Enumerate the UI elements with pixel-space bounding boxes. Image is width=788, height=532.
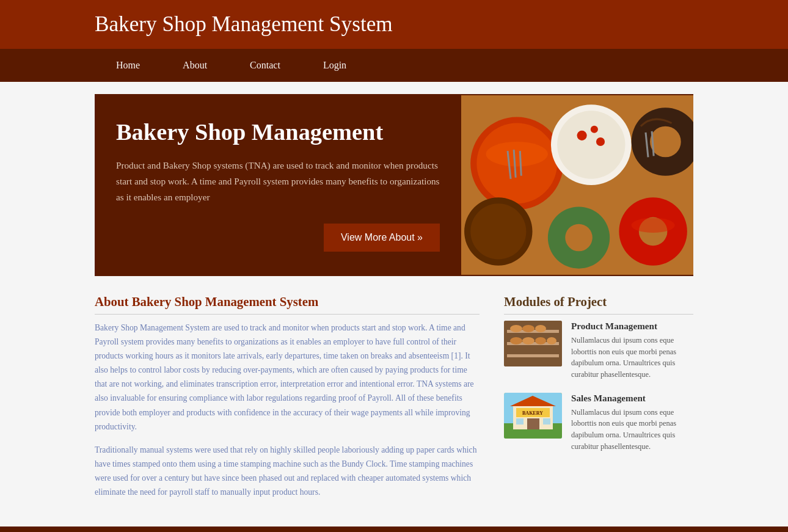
svg-line-21 xyxy=(520,151,521,176)
site-footer: Copyright © 2017 - All Rights Reserved -… xyxy=(0,527,788,532)
hero-image xyxy=(461,94,693,276)
hero-image-area xyxy=(461,94,693,276)
modules-section: Modules of Project xyxy=(504,294,693,508)
nav-home[interactable]: Home xyxy=(95,49,161,82)
svg-point-7 xyxy=(577,131,586,140)
svg-point-8 xyxy=(591,126,598,133)
about-paragraph-1: Bakery Shop Management System are used t… xyxy=(95,321,480,434)
svg-point-9 xyxy=(596,137,605,146)
hero-content: Bakery Shop Management Product and Baker… xyxy=(95,94,461,276)
module-sales-info: Sales Management Nullamlacus dui ipsum c… xyxy=(571,393,693,453)
hero-section: Bakery Shop Management Product and Baker… xyxy=(95,94,693,276)
main-content: About Bakery Shop Management System Bake… xyxy=(95,294,693,508)
svg-rect-42 xyxy=(516,418,524,425)
svg-rect-43 xyxy=(543,418,550,425)
module-product-info: Product Management Nullamlacus dui ipsum… xyxy=(571,321,693,381)
svg-point-33 xyxy=(535,337,546,344)
svg-point-29 xyxy=(522,325,534,332)
svg-point-4 xyxy=(486,142,548,167)
svg-point-34 xyxy=(547,337,556,344)
svg-rect-41 xyxy=(527,418,539,429)
module-thumb-sales: BAKERY xyxy=(504,393,562,439)
svg-point-11 xyxy=(650,126,681,158)
hero-heading: Bakery Shop Management xyxy=(116,118,440,145)
svg-point-13 xyxy=(470,203,526,259)
module-sales-desc: Nullamlacus dui ipsum cons eque lobortti… xyxy=(571,407,693,453)
site-header: Bakery Shop Management System xyxy=(0,0,788,49)
module-product-title: Product Management xyxy=(571,321,693,332)
hero-description: Product and Bakery Shop systems (TNA) ar… xyxy=(116,158,440,205)
svg-point-15 xyxy=(565,224,593,252)
modules-heading: Modules of Project xyxy=(504,294,693,315)
svg-point-30 xyxy=(535,325,546,332)
module-sales-title: Sales Management xyxy=(571,393,693,404)
svg-point-32 xyxy=(522,337,534,344)
svg-point-28 xyxy=(510,325,522,332)
navigation: Home About Contact Login xyxy=(0,49,788,82)
module-item-sales: BAKERY Sales Management Nullamlacus dui … xyxy=(504,393,693,453)
about-section: About Bakery Shop Management System Bake… xyxy=(95,294,480,508)
view-more-button[interactable]: View More About » xyxy=(324,224,440,252)
module-product-desc: Nullamlacus dui ipsum cons eque lobortti… xyxy=(571,335,693,381)
about-paragraph-2: Traditionally manual systems were used t… xyxy=(95,443,480,499)
nav-about[interactable]: About xyxy=(161,49,228,82)
module-item-product: Product Management Nullamlacus dui ipsum… xyxy=(504,321,693,381)
site-title: Bakery Shop Management System xyxy=(95,12,693,37)
nav-login[interactable]: Login xyxy=(302,49,368,82)
nav-contact[interactable]: Contact xyxy=(228,49,302,82)
module-thumb-product xyxy=(504,321,562,366)
svg-point-6 xyxy=(557,111,625,178)
svg-point-18 xyxy=(632,218,675,233)
svg-point-31 xyxy=(510,337,522,344)
svg-text:BAKERY: BAKERY xyxy=(522,410,543,416)
svg-rect-27 xyxy=(507,354,559,357)
about-heading: About Bakery Shop Management System xyxy=(95,294,480,315)
